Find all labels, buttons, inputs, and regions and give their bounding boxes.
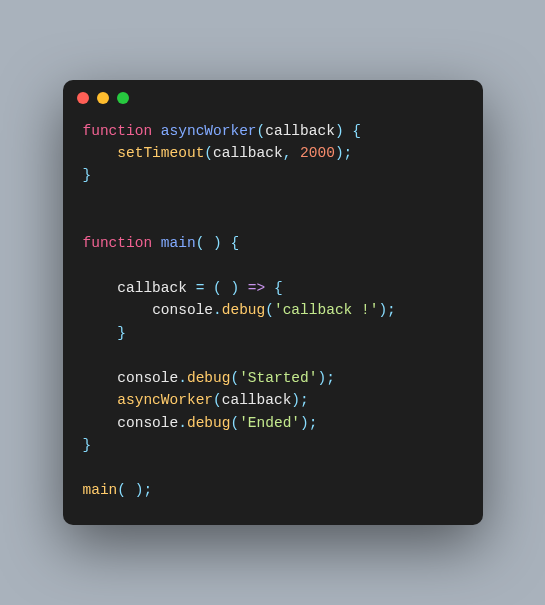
token-kw: function (83, 123, 161, 139)
token-punc: { (344, 123, 361, 139)
code-line (83, 209, 463, 231)
token-ws (83, 302, 153, 318)
token-punc: = ( ) (196, 280, 248, 296)
token-punc: ); (291, 392, 308, 408)
token-punc: ( ) { (196, 235, 240, 251)
code-line (83, 187, 463, 209)
token-punc: ) (335, 123, 344, 139)
token-ws (83, 145, 118, 161)
code-line: console.debug('Started'); (83, 367, 463, 389)
code-block: function asyncWorker(callback) { setTime… (63, 116, 483, 526)
code-window: function asyncWorker(callback) { setTime… (63, 80, 483, 526)
token-name: debug (187, 370, 231, 386)
token-param: callback (265, 123, 335, 139)
maximize-icon[interactable] (117, 92, 129, 104)
token-punc: { (265, 280, 282, 296)
code-line: } (83, 434, 463, 456)
close-icon[interactable] (77, 92, 89, 104)
token-punc: } (117, 325, 126, 341)
token-str: 'Started' (239, 370, 317, 386)
minimize-icon[interactable] (97, 92, 109, 104)
code-line: asyncWorker(callback); (83, 389, 463, 411)
token-obj: console (117, 415, 178, 431)
token-punc: ( (265, 302, 274, 318)
code-line: callback = ( ) => { (83, 277, 463, 299)
token-punc: ( (204, 145, 213, 161)
token-param: callback (222, 392, 292, 408)
code-line (83, 344, 463, 366)
code-line: } (83, 322, 463, 344)
token-kw: function (83, 235, 161, 251)
code-line: function main( ) { (83, 232, 463, 254)
token-punc: , (283, 145, 300, 161)
token-punc: ( (257, 123, 266, 139)
token-punc: ( (230, 415, 239, 431)
token-fn: asyncWorker (161, 123, 257, 139)
code-line: } (83, 164, 463, 186)
token-punc: . (178, 370, 187, 386)
token-param: callback (213, 145, 283, 161)
token-punc: ); (378, 302, 395, 318)
token-ws (83, 280, 118, 296)
token-fn: main (161, 235, 196, 251)
token-punc: } (83, 167, 92, 183)
token-name: asyncWorker (117, 392, 213, 408)
token-str: 'callback !' (274, 302, 378, 318)
token-ws (83, 392, 118, 408)
token-punc: ( ); (117, 482, 152, 498)
token-str: 'Ended' (239, 415, 300, 431)
token-arrow: => (248, 280, 265, 296)
token-ws (83, 415, 118, 431)
code-line: function asyncWorker(callback) { (83, 120, 463, 142)
code-line (83, 457, 463, 479)
token-punc: ( (213, 392, 222, 408)
token-name: setTimeout (117, 145, 204, 161)
token-punc: ( (230, 370, 239, 386)
token-name: debug (222, 302, 266, 318)
code-line: console.debug('Ended'); (83, 412, 463, 434)
token-obj: console (117, 370, 178, 386)
token-name: debug (187, 415, 231, 431)
code-line: main( ); (83, 479, 463, 501)
token-punc: ); (335, 145, 352, 161)
code-line: setTimeout(callback, 2000); (83, 142, 463, 164)
token-ws (83, 370, 118, 386)
code-line: console.debug('callback !'); (83, 299, 463, 321)
token-ws (83, 325, 118, 341)
token-punc: ); (300, 415, 317, 431)
token-punc: } (83, 437, 92, 453)
code-line (83, 254, 463, 276)
token-obj: console (152, 302, 213, 318)
token-punc: ); (317, 370, 334, 386)
window-titlebar (63, 80, 483, 116)
token-num: 2000 (300, 145, 335, 161)
token-name: main (83, 482, 118, 498)
token-punc: . (178, 415, 187, 431)
token-punc: . (213, 302, 222, 318)
token-param: callback (117, 280, 195, 296)
